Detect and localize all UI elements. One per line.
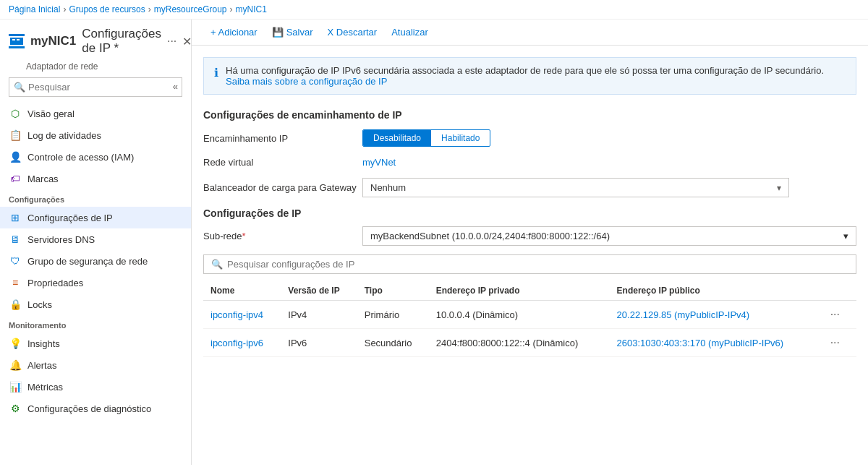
row1-ip-version: IPv4 (281, 301, 357, 329)
col-private-ip: Endereço IP privado (429, 281, 610, 301)
nav-label-locks: Locks (27, 299, 52, 310)
nav-label-diagnostics: Configurações de diagnóstico (27, 403, 151, 414)
nav-item-diagnostics[interactable]: ⚙ Configurações de diagnóstico (0, 398, 191, 419)
nav-label-dns: Servidores DNS (27, 234, 95, 245)
ip-forwarding-section: Configurações de encaminhamento de IP En… (203, 109, 856, 197)
breadcrumb-rg[interactable]: myResourceGroup (154, 4, 227, 14)
resource-title: myNIC1 (30, 34, 76, 48)
ip-forwarding-title: Configurações de encaminhamento de IP (203, 109, 856, 121)
nav-item-properties[interactable]: ≡ Propriedades (0, 272, 191, 294)
toggle-group: Desabilitado Habilitado (362, 129, 490, 147)
toggle-enabled[interactable]: Habilitado (431, 130, 490, 146)
add-button[interactable]: + Adicionar (203, 24, 265, 40)
row2-name-link[interactable]: ipconfig-ipv6 (210, 338, 263, 348)
table-row: ipconfig-ipv6 IPv6 Secundário 2404:f800:… (203, 329, 856, 357)
header-ellipsis[interactable]: ··· (167, 35, 176, 48)
info-icon: ℹ (214, 66, 218, 80)
load-balancer-label: Balanceador de carga para Gateway (203, 182, 362, 193)
subnet-dropdown[interactable]: myBackendSubnet (10.0.0.0/24,2404:f800:8… (362, 226, 856, 246)
refresh-button[interactable]: Atualizar (384, 24, 435, 40)
row2-ellipsis-button[interactable]: ··· (826, 335, 844, 351)
tags-icon: 🏷 (9, 172, 22, 185)
save-icon: 💾 (272, 27, 284, 38)
ipconfig-icon: ⊞ (9, 211, 22, 224)
activity-log-icon: 📋 (9, 129, 22, 142)
insights-icon: 💡 (9, 337, 22, 350)
search-icon: 🔍 (14, 82, 25, 93)
properties-icon: ≡ (9, 276, 22, 289)
alerts-icon: 🔔 (9, 359, 22, 372)
nav-item-overview[interactable]: ⬡ Visão geral (0, 103, 191, 124)
chevron-down-icon: ▾ (777, 183, 781, 193)
discard-button[interactable]: X Descartar (320, 24, 385, 40)
info-link[interactable]: Saiba mais sobre a configuração de IP (226, 76, 387, 87)
close-button[interactable]: ✕ (182, 35, 192, 48)
lock-icon: 🔒 (9, 298, 22, 311)
breadcrumb-groups[interactable]: Grupos de recursos (69, 4, 145, 14)
row1-ellipsis-button[interactable]: ··· (826, 307, 844, 322)
row1-type: Primário (357, 301, 429, 329)
ip-search-icon: 🔍 (211, 259, 223, 270)
nav-item-locks[interactable]: 🔒 Locks (0, 294, 191, 315)
nav-label-tags: Marcas (27, 173, 59, 184)
dns-icon: 🖥 (9, 233, 22, 246)
info-banner: ℹ Há uma configuração de IP IPv6 secundá… (203, 57, 856, 95)
overview-icon: ⬡ (9, 107, 22, 120)
nav-label-metrics: Métricas (27, 382, 63, 393)
nav-item-nsg[interactable]: 🛡 Grupo de segurança de rede (0, 250, 191, 272)
ip-configs-section: Configurações de IP Sub-rede* myBackendS… (203, 207, 856, 357)
row2-ip-version: IPv6 (281, 329, 357, 357)
nav-item-iam[interactable]: 👤 Controle de acesso (IAM) (0, 146, 191, 168)
nic-icon (9, 34, 25, 48)
nav-item-activity-log[interactable]: 📋 Log de atividades (0, 124, 191, 146)
subnet-chevron-icon: ▾ (843, 231, 848, 241)
ip-search-box: 🔍 (203, 254, 856, 274)
row2-public-ip-link[interactable]: 2603:1030:403:3:170 (myPublicIP-IPv6) (617, 338, 784, 348)
subnet-label: Sub-rede* (203, 231, 362, 241)
search-input[interactable] (9, 77, 182, 97)
nav-item-ipconfig[interactable]: ⊞ Configurações de IP (0, 207, 191, 228)
table-row: ipconfig-ipv4 IPv4 Primário 10.0.0.4 (Di… (203, 301, 856, 329)
nav-label-alerts: Alertas (27, 360, 56, 371)
row1-public-ip-link[interactable]: 20.22.129.85 (myPublicIP-IPv4) (617, 309, 750, 320)
virtual-network-link[interactable]: myVNet (362, 157, 396, 168)
row1-name-link[interactable]: ipconfig-ipv4 (210, 309, 263, 320)
save-button[interactable]: 💾 Salvar (265, 24, 320, 40)
virtual-network-label: Rede virtual (203, 157, 362, 168)
nav-label-activity-log: Log de atividades (27, 130, 101, 141)
config-section-label: Configurações (0, 189, 191, 207)
collapse-sidebar-button[interactable]: « (173, 81, 178, 92)
nav-label-ipconfig: Configurações de IP (27, 213, 113, 223)
col-name: Nome (203, 281, 281, 301)
page-section-title: Configurações de IP * (82, 27, 161, 56)
nav-label-iam: Controle de acesso (IAM) (27, 152, 134, 163)
toggle-disabled[interactable]: Desabilitado (363, 130, 431, 146)
load-balancer-value: Nenhum (370, 182, 406, 193)
nav-item-metrics[interactable]: 📊 Métricas (0, 376, 191, 398)
col-public-ip: Endereço IP público (610, 281, 819, 301)
subnet-value: myBackendSubnet (10.0.0.0/24,2404:f800:8… (370, 231, 610, 241)
breadcrumb: Página Inicial › Grupos de recursos › my… (0, 0, 868, 20)
nav-item-alerts[interactable]: 🔔 Alertas (0, 354, 191, 376)
ip-search-input[interactable] (227, 259, 848, 270)
breadcrumb-nic[interactable]: myNIC1 (236, 4, 267, 14)
ip-configs-title: Configurações de IP (203, 207, 856, 219)
diagnostics-icon: ⚙ (9, 402, 22, 415)
row1-private-ip: 10.0.0.4 (Dinâmico) (429, 301, 610, 329)
nav-label-insights: Insights (27, 338, 60, 349)
ip-forwarding-label: Encaminhamento IP (203, 133, 362, 144)
required-indicator: * (242, 231, 245, 241)
breadcrumb-home[interactable]: Página Inicial (9, 4, 60, 14)
nav-item-dns[interactable]: 🖥 Servidores DNS (0, 228, 191, 250)
breadcrumb-sep-3: › (230, 4, 233, 14)
iam-icon: 👤 (9, 150, 22, 163)
ip-configs-table: Nome Versão de IP Tipo Endereço IP priva… (203, 281, 856, 357)
info-message: Há uma configuração de IP IPv6 secundári… (226, 65, 824, 76)
nav-item-tags[interactable]: 🏷 Marcas (0, 168, 191, 189)
content-area: + Adicionar 💾 Salvar X Descartar Atualiz… (192, 20, 868, 465)
nsg-icon: 🛡 (9, 254, 22, 267)
nav-label-properties: Propriedades (27, 278, 83, 288)
load-balancer-dropdown[interactable]: Nenhum ▾ (362, 178, 789, 197)
nav-item-insights[interactable]: 💡 Insights (0, 333, 191, 354)
breadcrumb-sep-1: › (63, 4, 66, 14)
